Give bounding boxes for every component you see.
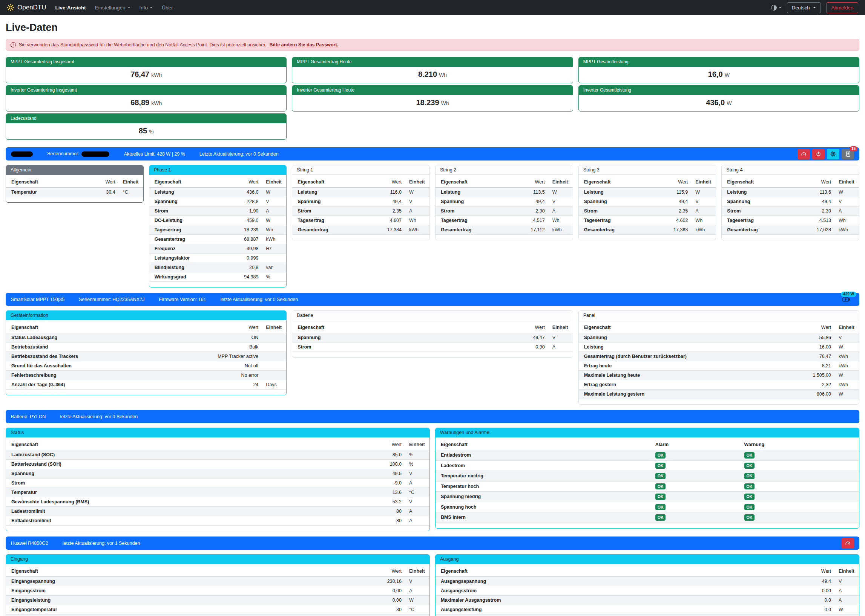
current-limit-text: Aktuelles Limit: 428 W | 29 % — [124, 151, 185, 157]
huawei-limit-button[interactable] — [841, 538, 854, 548]
property-cell: Leistung — [149, 188, 231, 197]
unit-cell: A — [405, 507, 430, 516]
unit-cell: W — [405, 188, 430, 197]
value-cell: 0.0 — [803, 596, 835, 605]
table-row: Eingangsspannung230,16V — [6, 577, 430, 586]
property-cell: Gesamtertrag — [149, 235, 231, 244]
top-navbar: OpenDTU Live-Ansicht Einstellungen Info … — [0, 0, 865, 15]
value-cell: MPP Tracker active — [214, 352, 262, 361]
device-name-text: Batterie: PYLON — [11, 414, 46, 420]
card-string-3: String 3EigenschaftWertEinheitLeistung11… — [578, 165, 717, 240]
value-cell: 0,30 — [517, 343, 548, 352]
unit-cell: V — [548, 333, 573, 343]
data-table: EigenschaftWertEinheitStatus Ladeausgang… — [6, 320, 286, 390]
value-cell: 0,00 — [374, 596, 405, 605]
value-cell: 31 — [803, 614, 835, 616]
status-badge-ok: OK — [744, 504, 755, 511]
power-settings-button[interactable] — [812, 149, 825, 159]
nav-item-einstellungen[interactable]: Einstellungen — [95, 5, 131, 11]
warning-cell: OK — [741, 460, 859, 471]
property-cell: Leistung — [579, 343, 803, 352]
value-cell: 53.2 — [374, 497, 405, 507]
property-cell: Temperatur — [6, 488, 374, 497]
card-eingang: EingangEigenschaftWertEinheitEingangsspa… — [6, 554, 430, 616]
kpi-unit: W — [725, 72, 729, 78]
value-cell: 17,384 — [374, 225, 405, 235]
sun-logo-icon — [7, 4, 14, 11]
property-cell: Tagesertrag — [149, 225, 231, 235]
device-name-text: SmartSolar MPPT 150|35 — [11, 297, 65, 302]
language-dropdown[interactable]: Deutsch — [787, 2, 821, 13]
table-row: Strom0,30A — [292, 343, 572, 352]
theme-toggle[interactable] — [771, 5, 781, 11]
column-header: Einheit — [119, 175, 143, 188]
property-cell: Wirkungsgrad — [149, 272, 231, 282]
table-header-row: EigenschaftWertEinheit — [149, 175, 287, 188]
unit-cell: kWh — [835, 352, 859, 361]
alarm-cell: OK — [652, 492, 741, 502]
table-row: Ausgangstemperatur31°C — [435, 614, 859, 616]
brand-link[interactable]: OpenDTU — [7, 4, 46, 11]
kpi-card-mppt-today: MPPT Gesamtertrag Heute 8.210Wh — [292, 57, 573, 83]
property-cell: Ladestromlimit — [6, 507, 374, 516]
property-cell: Strom — [6, 478, 374, 488]
unit-cell: A — [405, 516, 430, 526]
table-row: Gesamtertrag17,384kWh — [292, 225, 430, 235]
table-row: Gesamtertrag17,028kWh — [722, 225, 859, 235]
unit-cell: Hz — [262, 244, 286, 253]
nav-item-info[interactable]: Info — [140, 5, 153, 11]
property-cell: Maximale Leistung heute — [579, 371, 803, 380]
table-row: Spannung49,4V — [292, 197, 430, 206]
unit-cell — [262, 333, 286, 343]
value-cell: 85.0 — [374, 450, 405, 460]
column-header: Eigenschaft — [435, 564, 803, 577]
value-cell: 49,4 — [660, 197, 692, 206]
table-row: Strom1,90A — [149, 206, 287, 216]
card-string-2: String 2EigenschaftWertEinheitLeistung11… — [435, 165, 573, 240]
unit-cell — [262, 352, 286, 361]
unit-cell: W — [835, 188, 859, 197]
language-label: Deutsch — [792, 5, 810, 11]
card-string-4: String 4EigenschaftWertEinheitLeistung11… — [721, 165, 859, 240]
change-password-link[interactable]: Bitte ändern Sie das Passwort. — [269, 42, 338, 47]
column-header: Wert — [660, 175, 692, 188]
logout-button[interactable]: Abmelden — [826, 2, 858, 13]
value-cell: 20,8 — [230, 263, 262, 272]
victron-cards-grid: GeräteinformationEigenschaftWertEinheitS… — [6, 310, 859, 405]
unit-cell: kWh — [262, 235, 286, 244]
unit-cell: A — [405, 586, 430, 596]
value-cell: Bulk — [214, 343, 262, 352]
property-cell: Spannung — [579, 197, 660, 206]
column-header: Einheit — [835, 564, 859, 577]
property-cell: Ausgangsspannung — [435, 577, 803, 586]
data-table: EigenschaftWertEinheitLeistung116,0WSpan… — [292, 175, 430, 235]
device-info-button[interactable] — [827, 149, 839, 159]
firmware-version-text: Firmware Version: 161 — [159, 297, 206, 302]
property-cell: Ausgangstemperatur — [435, 614, 803, 616]
column-header: Eigenschaft — [6, 175, 87, 188]
value-cell: 18.239 — [230, 225, 262, 235]
nav-item-live-ansicht[interactable]: Live-Ansicht — [55, 5, 86, 11]
kpi-value: 76,47 — [131, 70, 149, 79]
table-row: Leistung16,00W — [579, 343, 859, 352]
event-log-button[interactable]: 15 — [841, 149, 854, 159]
card-title: Geräteinformation — [6, 311, 286, 320]
column-header: Eigenschaft — [292, 320, 517, 333]
unit-cell: V — [405, 577, 430, 586]
property-cell: Anzahl der Tage (0..364) — [6, 380, 214, 390]
unit-cell: V — [405, 197, 430, 206]
limit-settings-button[interactable] — [797, 149, 810, 159]
table-row: Leistungsfaktor0,999 — [149, 253, 287, 263]
property-cell: Maximaler Ausgangsstrom — [435, 596, 803, 605]
status-badge-ok: OK — [655, 493, 666, 500]
property-cell: DC-Leistung — [149, 216, 231, 225]
table-row: Gesamtertrag (durch Benutzer zurücksetzb… — [579, 352, 859, 361]
card-title: Allgemein — [6, 165, 143, 175]
value-cell: 4.513 — [803, 216, 835, 225]
table-row: Spannung49,4V — [722, 197, 859, 206]
table-header-row: EigenschaftWertEinheit — [6, 175, 143, 188]
property-cell: Temperatur niedrig — [435, 471, 652, 481]
nav-item-ueber[interactable]: Über — [162, 5, 173, 11]
unit-cell: °C — [405, 488, 430, 497]
table-row: Temperatur niedrigOKOK — [435, 471, 859, 481]
